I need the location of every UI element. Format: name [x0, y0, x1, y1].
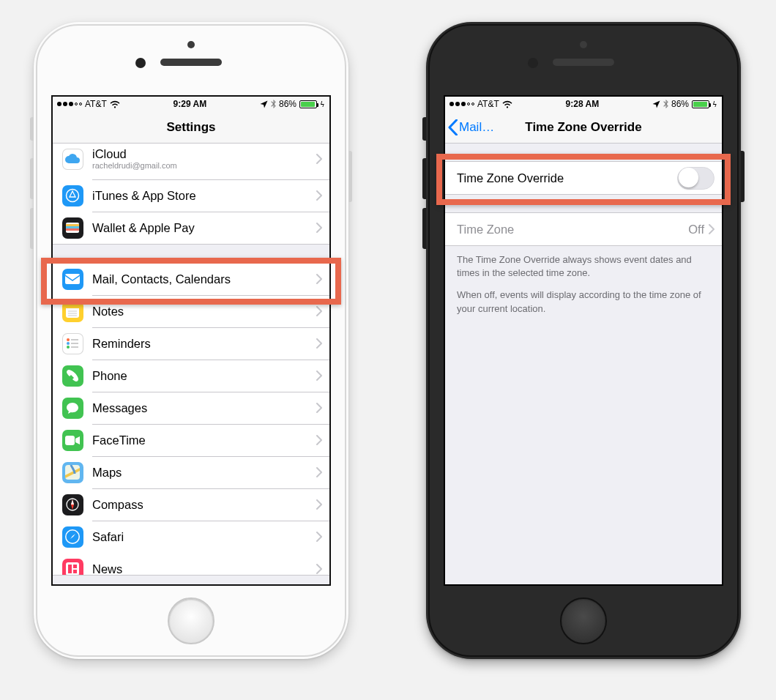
signal-strength-icon [449, 102, 474, 106]
status-time: 9:28 AM [566, 99, 600, 109]
reminders-icon [62, 333, 83, 354]
charging-icon: ϟ [320, 100, 325, 108]
row-label: Notes [92, 305, 316, 319]
chevron-right-icon [316, 154, 322, 164]
row-label: Mail, Contacts, Calendars [92, 272, 316, 286]
chevron-right-icon [709, 224, 715, 234]
footer-text-1: The Time Zone Override always shows even… [445, 246, 722, 287]
settings-row-news[interactable]: News [53, 553, 329, 575]
back-button[interactable]: Mail… [448, 111, 494, 143]
screen-settings: AT&T 9:29 AM 86% ϟ [51, 95, 331, 586]
row-label: Phone [92, 369, 316, 383]
svg-point-12 [67, 342, 70, 345]
earpiece-speaker [160, 59, 222, 66]
chevron-right-icon [316, 499, 322, 510]
settings-group: iCloudracheldrudi@gmail.comiTunes & App … [53, 144, 329, 245]
icloud-icon [62, 149, 83, 170]
bluetooth-icon [663, 100, 668, 108]
battery-icon [692, 100, 709, 108]
svg-point-11 [67, 338, 70, 341]
mute-switch [30, 117, 34, 141]
chevron-right-icon [316, 306, 322, 316]
signal-strength-icon [57, 102, 82, 106]
settings-row-compass[interactable]: Compass [53, 488, 329, 521]
tz-label: Time Zone [457, 223, 688, 237]
wifi-icon [110, 100, 120, 108]
toggle-label: Time Zone Override [457, 171, 677, 185]
home-button[interactable] [168, 597, 214, 644]
chevron-right-icon [316, 532, 322, 542]
home-button[interactable] [560, 597, 607, 644]
row-tz-override-toggle[interactable]: Time Zone Override [445, 162, 722, 194]
settings-row-notes[interactable]: Notes [53, 295, 329, 327]
settings-row-mail[interactable]: Mail, Contacts, Calendars [53, 263, 329, 295]
carrier-label: AT&T [85, 99, 107, 109]
phone-black: AT&T 9:28 AM 86% ϟ [426, 22, 741, 659]
location-icon [652, 100, 660, 108]
svg-rect-22 [66, 562, 79, 575]
svg-rect-3 [66, 226, 79, 228]
chevron-right-icon [316, 435, 322, 445]
row-sublabel: racheldrudi@gmail.com [92, 161, 316, 171]
mute-switch [422, 117, 426, 141]
battery-pct: 86% [671, 99, 689, 109]
chevron-right-icon [316, 564, 322, 574]
svg-rect-5 [65, 274, 80, 284]
front-camera [528, 58, 538, 68]
toggle-switch[interactable] [677, 167, 715, 190]
battery-icon [299, 100, 317, 108]
settings-list[interactable]: iCloudracheldrudi@gmail.comiTunes & App … [53, 144, 329, 584]
phone-forehead [34, 22, 348, 92]
row-time-zone[interactable]: Time Zone Off [445, 213, 722, 245]
status-bar: AT&T 9:28 AM 86% ϟ [445, 97, 722, 111]
itunes-icon [62, 185, 83, 206]
volume-up-button [30, 158, 34, 199]
settings-row-safari[interactable]: Safari [53, 521, 329, 553]
settings-row-reminders[interactable]: Reminders [53, 327, 329, 360]
phone-white: AT&T 9:29 AM 86% ϟ [34, 22, 348, 659]
volume-down-button [422, 208, 426, 249]
wifi-icon [502, 100, 512, 108]
chevron-right-icon [316, 371, 322, 381]
phone-icon [62, 365, 83, 387]
settings-row-itunes[interactable]: iTunes & App Store [53, 179, 329, 212]
proximity-sensor [580, 41, 587, 48]
back-label: Mail… [459, 120, 494, 135]
settings-row-messages[interactable]: Messages [53, 392, 329, 424]
row-label: Maps [92, 466, 316, 480]
row-label: News [92, 562, 316, 575]
row-label: Reminders [92, 337, 316, 351]
volume-down-button [30, 208, 34, 249]
settings-row-maps[interactable]: Maps [53, 456, 329, 488]
row-label: iCloudracheldrudi@gmail.com [92, 147, 316, 171]
chevron-right-icon [316, 467, 322, 477]
svg-rect-4 [66, 228, 79, 231]
chevron-right-icon [316, 403, 322, 413]
settings-row-wallet[interactable]: Wallet & Apple Pay [53, 212, 329, 244]
bluetooth-icon [271, 100, 276, 108]
svg-rect-2 [66, 224, 79, 226]
settings-row-icloud[interactable]: iCloudracheldrudi@gmail.com [53, 144, 329, 179]
front-camera [135, 58, 146, 68]
news-icon [62, 559, 83, 576]
settings-row-phone[interactable]: Phone [53, 360, 329, 392]
messages-icon [62, 398, 83, 419]
nav-title: Settings [166, 120, 215, 135]
power-button [348, 151, 352, 202]
volume-up-button [422, 158, 426, 199]
settings-row-facetime[interactable]: FaceTime [53, 424, 329, 456]
carrier-label: AT&T [477, 99, 499, 109]
svg-rect-17 [65, 436, 75, 445]
row-label: Safari [92, 530, 316, 544]
location-icon [260, 100, 268, 108]
status-bar: AT&T 9:29 AM 86% ϟ [53, 97, 329, 111]
row-label: Wallet & Apple Pay [92, 221, 316, 235]
row-label: FaceTime [92, 433, 316, 447]
notes-icon [62, 301, 83, 322]
tz-value: Off [688, 223, 704, 237]
svg-rect-7 [66, 305, 79, 308]
footer-text-2: When off, events will display according … [445, 287, 722, 322]
battery-pct: 86% [279, 99, 296, 109]
earpiece-speaker [553, 59, 614, 66]
mail-icon [62, 269, 83, 290]
